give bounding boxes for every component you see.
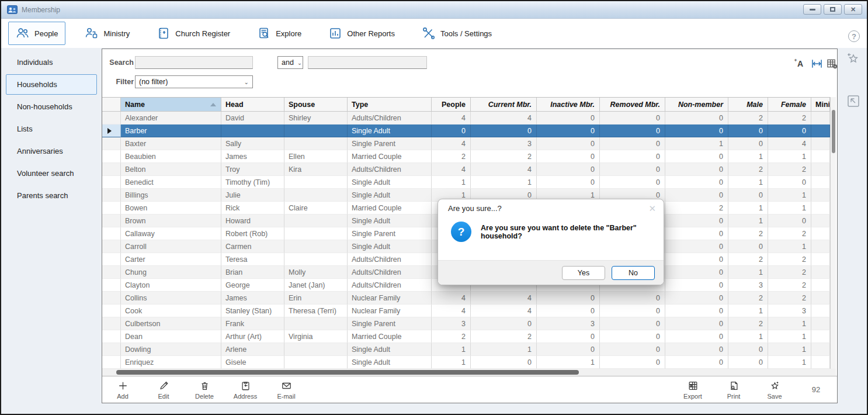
table-cell[interactable] [811,343,830,356]
table-cell[interactable]: 0 [537,163,600,176]
table-cell[interactable]: 2 [471,150,537,163]
table-cell[interactable]: 0 [728,240,768,253]
table-cell[interactable]: Collins [121,292,221,305]
table-cell[interactable]: Kira [284,163,348,176]
print-button[interactable]: Print [713,379,754,400]
table-cell[interactable]: 2 [768,112,811,124]
table-row[interactable]: CollinsJamesErinNuclear Family4400022 [102,292,830,305]
table-cell[interactable]: 0 [665,343,728,356]
table-cell[interactable] [811,253,830,266]
column-header-inactive-mbr[interactable]: Inactive Mbr. [537,98,600,111]
search-input-2[interactable] [308,56,427,69]
table-cell[interactable] [811,305,830,317]
table-cell[interactable]: Single Adult [348,124,432,137]
sidebar-item-anniversaries[interactable]: Anniversaries [6,141,97,161]
table-cell[interactable]: 0 [665,253,728,266]
table-cell[interactable]: Married Couple [348,202,432,215]
table-cell[interactable]: 1 [768,343,811,356]
table-cell[interactable]: 0 [537,343,600,356]
table-cell[interactable]: 4 [768,137,811,150]
table-cell[interactable]: 0 [600,112,665,124]
row-indicator[interactable] [102,124,121,137]
vertical-scrollbar[interactable] [830,97,836,369]
row-indicator[interactable] [102,215,121,227]
table-cell[interactable] [811,240,830,253]
table-cell[interactable]: 0 [665,240,728,253]
table-cell[interactable]: George [221,279,284,292]
table-cell[interactable]: 0 [537,305,600,317]
table-cell[interactable]: 2 [768,163,811,176]
table-cell[interactable]: 1 [432,343,471,356]
table-cell[interactable]: Married Couple [348,330,432,343]
row-indicator[interactable] [102,266,121,279]
sidebar-item-lists[interactable]: Lists [6,119,97,139]
column-header-people[interactable]: People [432,98,471,111]
table-cell[interactable]: 4 [432,112,471,124]
row-indicator[interactable] [102,279,121,292]
table-cell[interactable]: Troy [221,163,284,176]
table-cell[interactable]: 0 [665,124,728,137]
table-cell[interactable]: 1 [768,202,811,215]
table-cell[interactable]: 1 [728,305,768,317]
table-cell[interactable]: 1 [537,356,600,369]
row-indicator[interactable] [102,227,121,240]
table-cell[interactable]: 2 [728,253,768,266]
table-cell[interactable]: Rick [221,202,284,215]
table-cell[interactable]: 0 [600,343,665,356]
table-cell[interactable]: 0 [665,356,728,369]
table-cell[interactable]: Nuclear Family [348,305,432,317]
table-cell[interactable] [284,189,348,202]
table-cell[interactable]: 0 [600,305,665,317]
table-cell[interactable]: Frank [221,317,284,330]
table-cell[interactable]: 1 [768,317,811,330]
favorite-star-icon[interactable] [846,51,861,68]
table-cell[interactable]: 1 [728,215,768,227]
table-cell[interactable]: Brown [121,215,221,227]
table-row[interactable]: BeltonTroyKiraAdults/Children4400022 [102,163,830,176]
table-cell[interactable]: James [221,150,284,163]
table-cell[interactable]: Gisele [221,356,284,369]
table-cell[interactable]: 0 [600,330,665,343]
email-button[interactable]: E-mail [266,379,307,400]
table-cell[interactable]: 0 [432,124,471,137]
table-cell[interactable]: 4 [432,305,471,317]
table-cell[interactable]: 0 [537,330,600,343]
row-indicator[interactable] [102,253,121,266]
table-cell[interactable]: Adults/Children [348,266,432,279]
table-row[interactable]: EnriquezGiseleSingle Adult1010001 [102,356,830,369]
row-indicator[interactable] [102,112,121,124]
table-cell[interactable]: Single Adult [348,356,432,369]
table-cell[interactable]: 0 [728,189,768,202]
table-cell[interactable] [284,240,348,253]
table-cell[interactable]: 0 [600,356,665,369]
table-cell[interactable]: Bowen [121,202,221,215]
table-cell[interactable]: Single Parent [348,317,432,330]
image-export-icon[interactable] [847,95,860,110]
table-cell[interactable] [284,317,348,330]
table-cell[interactable]: Timothy (Tim) [221,176,284,189]
table-cell[interactable]: Arlene [221,343,284,356]
table-cell[interactable]: 4 [471,292,537,305]
table-cell[interactable]: 2 [728,112,768,124]
table-cell[interactable] [811,189,830,202]
table-cell[interactable]: Callaway [121,227,221,240]
search-input-1[interactable] [135,56,253,69]
table-cell[interactable]: 0 [665,150,728,163]
table-cell[interactable]: 0 [537,124,600,137]
table-cell[interactable]: 0 [471,317,537,330]
table-cell[interactable] [811,202,830,215]
sidebar-item-households[interactable]: Households [6,74,97,95]
table-cell[interactable]: 1 [768,240,811,253]
table-cell[interactable]: Adults/Children [348,253,432,266]
table-cell[interactable]: Adults/Children [348,279,432,292]
table-cell[interactable]: David [221,112,284,124]
row-indicator[interactable] [102,292,121,305]
table-cell[interactable]: 0 [728,356,768,369]
table-cell[interactable] [284,253,348,266]
table-cell[interactable] [284,356,348,369]
tab-people[interactable]: People [8,22,65,45]
sidebar-item-individuals[interactable]: Individuals [6,52,97,72]
tab-tools-settings[interactable]: Tools / Settings [414,22,499,45]
column-header-mini[interactable]: Mini [811,98,830,111]
table-cell[interactable] [811,163,830,176]
